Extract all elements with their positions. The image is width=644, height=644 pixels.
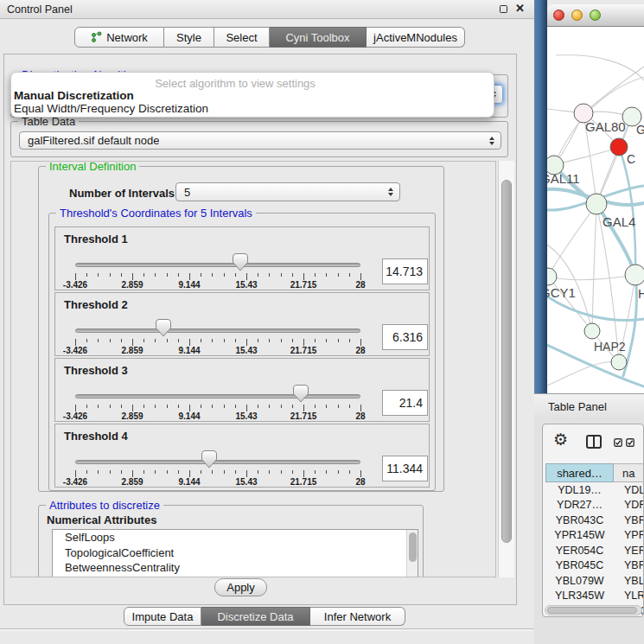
table-row[interactable]: YBR045CYBR0 [545, 558, 644, 574]
threshold-box: Threshold 1-3.4262.8599.14415.4321.71528… [54, 226, 430, 290]
tick [338, 405, 339, 408]
scrollbar-thumb[interactable] [409, 532, 417, 562]
group-title: Threshold's Coordinates for 5 Intervals [56, 207, 256, 220]
table-row[interactable]: YBL079WYBL0 [545, 573, 644, 589]
threshold-slider-track[interactable] [75, 263, 360, 267]
tick [315, 339, 316, 342]
dropdown-option[interactable]: Manual Discretization [14, 89, 134, 102]
group-title: Interval Definition [46, 161, 139, 173]
threshold-slider-thumb[interactable] [233, 253, 248, 271]
attribute-item[interactable]: BetweennessCentrality [53, 560, 418, 576]
attributes-list-scrollbar[interactable] [406, 530, 418, 577]
tick-label: 21.715 [279, 346, 328, 355]
threshold-value[interactable]: 11.344 [382, 456, 428, 481]
attribute-item[interactable]: SelfLoops [53, 530, 418, 545]
tick [269, 470, 270, 474]
node-label: HAP2 [594, 340, 626, 354]
threshold-slider-track[interactable] [75, 328, 360, 333]
tick [235, 339, 236, 342]
tab-style[interactable]: Style [164, 27, 214, 48]
network-window-titlebar[interactable] [547, 4, 644, 27]
intervals-spinner[interactable]: 5 [175, 182, 400, 201]
close-icon[interactable]: ✕ [515, 2, 525, 15]
network-node[interactable] [610, 138, 628, 156]
scrollbar-thumb[interactable] [501, 180, 512, 543]
tab-discretize-data[interactable]: Discretize Data [201, 607, 310, 626]
threshold-slider-thumb[interactable] [201, 450, 217, 469]
dropdown-hint: Select algorithm to view settings [11, 77, 459, 90]
zoom-light-icon[interactable] [590, 10, 601, 21]
table-row[interactable]: YLR345WYLR3 [545, 589, 644, 604]
node-label: GAL11 [547, 171, 580, 186]
tab-label: Select [226, 31, 257, 44]
table-hscrollbar[interactable] [545, 605, 642, 615]
threshold-value[interactable]: 14.713 [382, 258, 428, 284]
tick [246, 273, 247, 280]
tick [201, 273, 201, 277]
tick-label: 15.43 [222, 477, 271, 487]
table-card: ⚙ shared…na YDL19…YDL1YDR27…YDR2YBR043CY… [542, 424, 644, 617]
table-row[interactable]: YPR145WYPR1 [545, 528, 644, 544]
tick [121, 339, 122, 342]
dropdown-option[interactable]: Equal Width/Frequency Discretization [14, 102, 208, 115]
tick [121, 470, 122, 474]
divider-highlight [0, 629, 536, 631]
tab-infer-network[interactable]: Infer Network [310, 607, 405, 626]
tab-jactivemnodules[interactable]: jActiveMNodules [367, 27, 465, 48]
table-row[interactable]: YDR27…YDR2 [545, 498, 644, 513]
threshold-slider-track[interactable] [75, 460, 360, 464]
cell-name: YBR0 [614, 559, 644, 571]
bottom-tab-bar: Impute DataDiscretize DataInfer Network [124, 607, 405, 626]
gear-icon[interactable]: ⚙ [553, 430, 568, 450]
tick [132, 339, 133, 346]
close-light-icon[interactable] [553, 10, 564, 21]
threshold-value[interactable]: 6.316 [382, 324, 428, 350]
tab-label: Infer Network [324, 610, 391, 623]
attributes-list[interactable]: SelfLoopsTopologicalCoefficientBetweenne… [52, 529, 418, 577]
intervals-label: Number of Intervals [69, 187, 175, 200]
checkbox-icon[interactable] [614, 438, 622, 447]
settings-scrollbar[interactable] [498, 161, 514, 577]
table-row[interactable]: YER054CYER0 [545, 543, 644, 558]
tab-select[interactable]: Select [214, 27, 270, 48]
network-canvas[interactable]: GAL80GACGAL11GAL4GCY1HHAP2 [547, 27, 644, 393]
group-title: Attributes to discretize [46, 499, 163, 512]
threshold-slider-thumb[interactable] [293, 385, 309, 403]
table-row[interactable]: YBR043CYBR0 [545, 513, 644, 528]
attribute-item[interactable]: TopologicalCoefficient [53, 545, 418, 561]
tick-label: 9.144 [165, 411, 214, 421]
tab-impute-data[interactable]: Impute Data [124, 607, 201, 626]
apply-button[interactable]: Apply [214, 578, 267, 596]
threshold-slider-thumb[interactable] [156, 319, 171, 337]
tick [110, 339, 111, 342]
tick [281, 273, 282, 277]
network-node[interactable] [586, 194, 607, 214]
checkbox-icon[interactable] [626, 438, 634, 447]
cell-name: YLR3 [614, 590, 644, 602]
scrollbar-thumb[interactable] [547, 607, 637, 614]
network-node[interactable] [611, 354, 627, 370]
network-node[interactable] [625, 265, 644, 285]
tick [292, 273, 293, 277]
tab-cyni-toolbox[interactable]: Cyni Toolbox [270, 27, 367, 48]
tick [178, 470, 179, 474]
float-icon[interactable] [500, 5, 507, 13]
network-node[interactable] [547, 268, 557, 285]
tab-label: jActiveMNodules [373, 31, 457, 44]
table-row[interactable]: YDL19…YDL1 [545, 482, 644, 498]
threshold-value[interactable]: 21.4 [382, 390, 428, 416]
column-header-shared-name[interactable]: shared… [545, 463, 614, 482]
tick [121, 273, 122, 277]
table-data-combo[interactable]: galFiltered.sif default node [19, 131, 501, 150]
threshold-slider-track[interactable] [75, 394, 360, 399]
tab-network[interactable]: Network [74, 27, 164, 48]
network-node[interactable] [584, 323, 600, 339]
tick [212, 405, 213, 408]
tick-label: 2.859 [108, 411, 156, 421]
column-split-icon[interactable] [586, 435, 602, 449]
minimize-light-icon[interactable] [571, 10, 583, 21]
column-header-name[interactable]: na [614, 463, 644, 482]
tick [86, 339, 87, 342]
node-label: GAL4 [603, 214, 635, 229]
tick [189, 405, 190, 411]
